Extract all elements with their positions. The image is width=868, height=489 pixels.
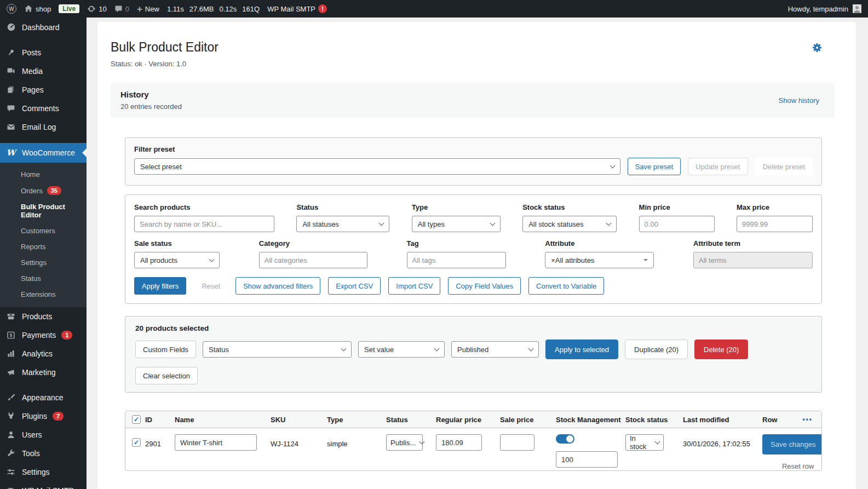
sidebar-item-payments[interactable]: $ Payments 1 bbox=[0, 326, 87, 344]
admin-content: Bulk Product Editor Status: ok · Version… bbox=[87, 18, 868, 489]
show-advanced-filters-button[interactable]: Show advanced filters bbox=[235, 277, 320, 295]
stat-memory: 27.6MB bbox=[189, 5, 214, 13]
max-price-input[interactable] bbox=[737, 216, 813, 232]
bulk-value-select[interactable]: Published bbox=[451, 341, 539, 358]
bulk-field-select[interactable]: Status bbox=[203, 341, 352, 358]
delete-selected-button[interactable]: Delete (20) bbox=[694, 340, 748, 359]
stock-status-select[interactable]: All stock statuses bbox=[522, 216, 617, 232]
save-preset-button[interactable]: Save preset bbox=[628, 158, 681, 175]
site-link[interactable]: shop bbox=[24, 4, 51, 13]
show-history-link[interactable]: Show history bbox=[779, 96, 819, 105]
plugin-card: Bulk Product Editor Status: ok · Version… bbox=[97, 22, 856, 489]
sidebar-item-settings[interactable]: Settings bbox=[0, 463, 87, 481]
sidebar-item-products[interactable]: Products bbox=[0, 307, 87, 326]
search-input[interactable] bbox=[134, 216, 274, 232]
row-status-select[interactable]: Publis... bbox=[386, 434, 423, 451]
sidebar-item-dashboard[interactable]: Dashboard bbox=[0, 18, 87, 37]
attribute-multiselect[interactable]: ×All attributes bbox=[545, 252, 654, 268]
custom-fields-button[interactable]: Custom Fields bbox=[135, 341, 196, 358]
clear-selection-button[interactable]: Clear selection bbox=[135, 367, 198, 384]
save-changes-button[interactable]: Save changes bbox=[762, 434, 822, 455]
performance-stats: 1.11s 27.6MB 0.12s 161Q bbox=[167, 5, 260, 13]
live-badge[interactable]: Live bbox=[59, 4, 79, 13]
status-select[interactable]: All statuses bbox=[296, 216, 389, 232]
reset-row-link[interactable]: Reset row bbox=[782, 462, 822, 470]
stat-query-time: 0.12s bbox=[220, 5, 237, 13]
submenu-item-status[interactable]: Status bbox=[0, 271, 87, 286]
sidebar-label: Pages bbox=[22, 85, 44, 94]
category-input[interactable] bbox=[259, 252, 367, 268]
submenu-item-extensions[interactable]: Extensions bbox=[0, 286, 87, 302]
apply-to-selected-button[interactable]: Apply to selected bbox=[545, 340, 618, 359]
reset-filters-button[interactable]: Reset bbox=[194, 277, 228, 295]
sidebar-item-posts[interactable]: Posts bbox=[0, 43, 87, 62]
sidebar-item-pages[interactable]: Pages bbox=[0, 80, 87, 99]
row-stock-qty-input[interactable] bbox=[556, 451, 618, 468]
sidebar-item-wp-mail-smtp[interactable]: WP Mail SMTP bbox=[0, 481, 87, 489]
wp-mail-smtp-label: WP Mail SMTP bbox=[267, 5, 315, 13]
new-content-link[interactable]: + New bbox=[137, 4, 159, 14]
columns-menu-icon[interactable]: ••• bbox=[802, 416, 815, 423]
new-label: New bbox=[145, 5, 159, 13]
sidebar-item-media[interactable]: Media bbox=[0, 62, 87, 80]
sale-status-select[interactable]: All products bbox=[134, 252, 220, 268]
home-icon bbox=[24, 4, 33, 13]
import-csv-button[interactable]: Import CSV bbox=[388, 277, 440, 295]
attribute-term-input[interactable] bbox=[693, 252, 813, 268]
submenu-item-reports[interactable]: Reports bbox=[0, 239, 87, 255]
settings-gear-icon[interactable] bbox=[812, 43, 822, 53]
min-price-input[interactable] bbox=[639, 216, 715, 232]
sidebar-label: Users bbox=[22, 430, 42, 439]
row-name-input[interactable] bbox=[175, 434, 257, 451]
history-count: 20 entries recorded bbox=[120, 102, 182, 111]
copy-field-values-button[interactable]: Copy Field Values bbox=[448, 277, 521, 295]
submenu-item-bulk-product-editor[interactable]: Bulk Product Editor bbox=[0, 199, 87, 223]
updates-link[interactable]: 10 bbox=[87, 4, 106, 13]
update-preset-button[interactable]: Update preset bbox=[688, 158, 748, 175]
sidebar-item-woocommerce[interactable]: W WooCommerce bbox=[0, 143, 87, 163]
filter-preset-label: Filter preset bbox=[134, 145, 813, 153]
sidebar-item-marketing[interactable]: Marketing bbox=[0, 363, 87, 382]
sidebar-item-users[interactable]: Users bbox=[0, 425, 87, 444]
convert-to-variable-button[interactable]: Convert to Variable bbox=[528, 277, 604, 295]
stock-status-label: Stock status bbox=[522, 203, 617, 211]
sidebar-item-comments[interactable]: Comments bbox=[0, 99, 87, 118]
payments-icon: $ bbox=[5, 331, 16, 340]
comments-link[interactable]: 0 bbox=[114, 5, 129, 13]
sidebar-item-analytics[interactable]: Analytics bbox=[0, 344, 87, 363]
history-title: History bbox=[120, 90, 182, 99]
chevron-down-icon bbox=[528, 346, 534, 352]
delete-preset-button[interactable]: Delete preset bbox=[755, 158, 813, 175]
status-label: Status bbox=[296, 203, 389, 211]
sidebar-item-email-log[interactable]: Email Log bbox=[0, 118, 87, 136]
sidebar-label: Media bbox=[22, 67, 43, 76]
submenu-item-settings[interactable]: Settings bbox=[0, 255, 87, 271]
tag-input[interactable] bbox=[407, 252, 506, 268]
type-select[interactable]: All types bbox=[412, 216, 501, 232]
export-csv-button[interactable]: Export CSV bbox=[328, 277, 381, 295]
chevron-down-icon bbox=[610, 163, 615, 169]
submenu-item-home[interactable]: Home bbox=[0, 166, 87, 182]
select-all-checkbox[interactable]: ✓ bbox=[132, 415, 141, 424]
col-sale-price: Sale price bbox=[500, 416, 556, 424]
sidebar-item-tools[interactable]: Tools bbox=[0, 444, 87, 463]
sidebar-item-appearance[interactable]: Appearance bbox=[0, 388, 87, 407]
apply-filters-button[interactable]: Apply filters bbox=[134, 277, 186, 295]
wordpress-menu[interactable]: W bbox=[7, 4, 16, 14]
submenu-item-orders[interactable]: Orders 35 bbox=[0, 182, 87, 199]
bulk-action-select[interactable]: Set value bbox=[358, 341, 445, 358]
stat-queries: 161Q bbox=[242, 5, 260, 13]
wp-mail-smtp-link[interactable]: WP Mail SMTP ! bbox=[267, 4, 327, 13]
row-sale-price-input[interactable] bbox=[500, 434, 534, 451]
pushpin-icon bbox=[5, 48, 16, 57]
preset-select[interactable]: Select preset bbox=[134, 158, 620, 175]
row-checkbox[interactable]: ✓ bbox=[132, 438, 141, 447]
duplicate-button[interactable]: Duplicate (20) bbox=[625, 340, 688, 359]
avatar[interactable] bbox=[853, 4, 861, 13]
row-stock-status-select[interactable]: In stock bbox=[625, 434, 664, 451]
row-regular-price-input[interactable] bbox=[436, 434, 482, 451]
howdy-text[interactable]: Howdy, tempadmin bbox=[788, 5, 848, 13]
submenu-item-customers[interactable]: Customers bbox=[0, 223, 87, 239]
sidebar-item-plugins[interactable]: Plugins 7 bbox=[0, 407, 87, 425]
stock-management-toggle[interactable] bbox=[556, 434, 574, 444]
